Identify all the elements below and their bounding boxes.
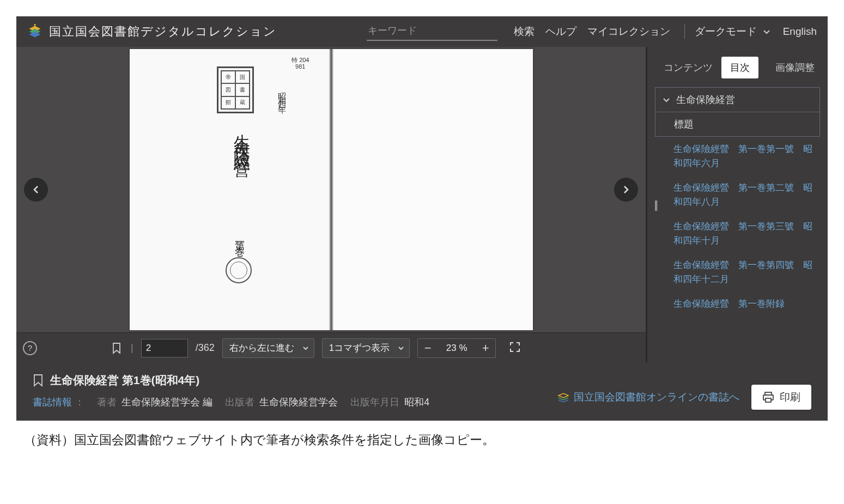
round-stamp [226,257,252,283]
print-label: 印刷 [780,390,800,404]
help-link[interactable]: ヘルプ [545,25,576,39]
online-catalog-link[interactable]: 国立国会図書館オンラインの書誌へ [557,390,739,404]
tab-toc[interactable]: 目次 [721,57,758,78]
mycollection-link[interactable]: マイコレクション [587,25,670,39]
page-right [331,49,533,330]
scanned-page-spread: 特 204 981 帝国図書館蔵 昭和四年 生命保險經營 第一巻 [130,49,533,330]
date-label: 出版年月日 [350,397,399,408]
scan-title-vertical: 生命保險經營 [230,121,253,154]
chevron-down-icon [762,27,771,36]
previous-page-button[interactable] [24,178,48,202]
toc-link[interactable]: 生命保險經營 第一巻附録 [655,292,820,317]
biblio-info-link[interactable]: 書誌情報 [33,397,72,408]
toc-parent-item[interactable]: 生命保険経営 [655,87,820,112]
scan-volume-vertical: 第一巻 [233,233,246,243]
toc-link[interactable]: 生命保險經營 第一巻第四號 昭和四年十二月 [655,253,820,292]
header-divider [684,25,685,39]
scan-year-vertical: 昭和四年 [277,86,287,104]
app-header: 国立国会図書館デジタルコレクション 検索 ヘルプ マイコレクション ダークモード… [16,16,828,47]
toc-link[interactable]: 生命保險經營 第一巻第一號 昭和四年六月 [655,137,820,175]
next-page-button[interactable] [614,178,638,202]
author-value: 生命保険経営学会 編 [122,397,212,408]
theme-label: ダークモード [695,25,757,39]
search-link[interactable]: 検索 [514,25,535,39]
viewer-area[interactable]: 特 204 981 帝国図書館蔵 昭和四年 生命保險經營 第一巻 [16,47,646,332]
toc-parent-label: 生命保険経営 [676,93,735,106]
search-input[interactable] [367,23,497,41]
chevron-down-icon [662,95,671,104]
chevron-down-icon [302,344,309,352]
square-stamp: 帝国図書館蔵 [217,66,254,113]
zoom-in-button[interactable]: + [476,339,495,357]
language-link[interactable]: English [783,26,817,38]
info-bar: 生命保険経営 第1巻(昭和4年) 書誌情報 ： 著者 生命保険経営学会 編 出版… [16,363,828,421]
chevron-down-icon [397,344,405,352]
toc-selected-item[interactable]: 標題 [655,112,820,137]
chevron-left-icon [31,184,41,195]
book-stack-icon [557,391,569,403]
bookmark-icon[interactable] [110,342,123,355]
viewer-column: 特 204 981 帝国図書館蔵 昭和四年 生命保險經營 第一巻 [16,47,646,363]
brand-title[interactable]: 国立国会図書館デジタルコレクション [49,23,277,40]
reading-direction-select[interactable]: 右から左に進む [222,338,314,358]
logo-icon [27,24,42,39]
fullscreen-button[interactable] [509,341,521,355]
svg-point-3 [34,24,36,26]
help-icon[interactable]: ? [23,341,37,355]
theme-selector[interactable]: ダークモード [695,25,771,39]
panel-resize-handle[interactable]: || [654,199,657,211]
toc-link[interactable]: 生命保險經營 第一巻第三號 昭和四年十月 [655,214,820,253]
tab-image-adjust[interactable]: 画像調整 [767,57,823,78]
page-total: /362 [196,342,215,354]
page-left: 特 204 981 帝国図書館蔵 昭和四年 生命保險經營 第一巻 [130,49,331,330]
viewer-toolbar: ? | /362 右から左に進む 1コマずつ表示 − 23 % [16,332,646,363]
tab-contents[interactable]: コンテンツ [655,57,721,78]
online-link-label: 国立国会図書館オンラインの書誌へ [574,390,739,404]
publisher-label: 出版者 [225,397,254,408]
side-tabs: コンテンツ 目次 画像調整 [655,57,820,78]
print-button[interactable]: 印刷 [751,385,811,410]
publisher-value: 生命保険経営学会 [259,397,338,408]
display-mode-select[interactable]: 1コマずつ表示 [322,338,410,358]
toc-link[interactable]: 生命保險經營 第一巻第二號 昭和四年八月 [655,175,820,214]
zoom-control: − 23 % + [417,338,496,358]
chevron-right-icon [621,184,632,195]
author-label: 著者 [97,397,117,408]
side-panel: コンテンツ 目次 画像調整 生命保険経営 標題 生命保險經營 第一巻第一號 昭和… [646,47,828,363]
page-number-input[interactable] [141,339,188,357]
document-title: 生命保険経営 第1巻(昭和4年) [50,373,199,388]
zoom-value: 23 % [438,343,476,354]
bookmark-icon[interactable] [33,374,44,387]
svg-rect-6 [766,398,771,402]
date-value: 昭和4 [404,397,429,408]
biblio-metadata: 書誌情報 ： 著者 生命保険経営学会 編 出版者 生命保険経営学会 出版年月日 … [33,396,557,409]
call-number: 特 204 981 [292,57,309,70]
figure-caption: （資料）国立国会図書館ウェブサイト内で筆者が検索条件を指定した画像コピー。 [0,421,844,459]
toolbar-sep: | [131,342,133,354]
zoom-out-button[interactable]: − [418,339,438,357]
book-spine [329,49,333,330]
printer-icon [762,391,774,403]
